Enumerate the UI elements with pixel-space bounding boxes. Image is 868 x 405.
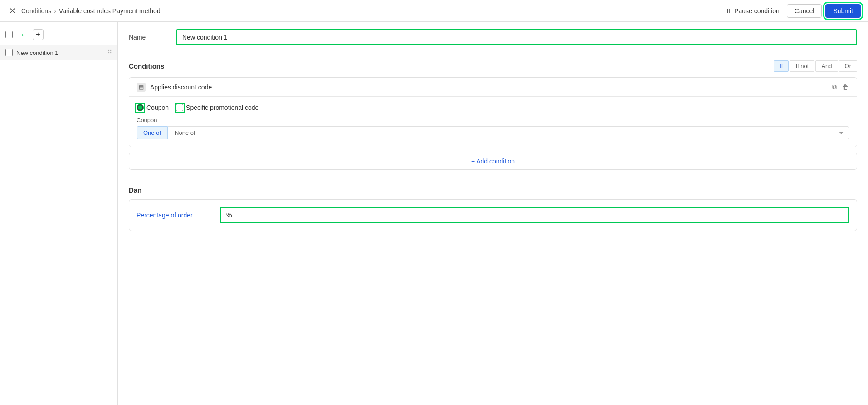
dan-section: Dan Percentage of order bbox=[118, 183, 868, 242]
if-not-button[interactable]: If not bbox=[790, 60, 814, 72]
promo-code-radio-item[interactable]: Specific promotional code bbox=[176, 104, 258, 111]
conditions-section: Conditions If If not And Or ▤ Applies di… bbox=[118, 53, 868, 183]
breadcrumb-current: Variable cost rules Payment method bbox=[59, 7, 161, 15]
dan-row: Percentage of order bbox=[129, 200, 857, 231]
and-button[interactable]: And bbox=[815, 60, 838, 72]
discount-card-icon: ▤ bbox=[137, 83, 146, 92]
percentage-label: Percentage of order bbox=[137, 212, 209, 219]
or-button[interactable]: Or bbox=[839, 60, 857, 72]
top-bar: ✕ Conditions › Variable cost rules Payme… bbox=[0, 0, 868, 22]
conditions-title: Conditions bbox=[129, 62, 164, 70]
copy-condition-button[interactable]: ⧉ bbox=[831, 82, 838, 92]
main-layout: → + New condition 1 ⠿ Name Conditions If… bbox=[0, 22, 868, 405]
breadcrumb: Conditions › Variable cost rules Payment… bbox=[21, 7, 161, 15]
coupon-radio-label: Coupon bbox=[146, 104, 169, 111]
condition-buttons: If If not And Or bbox=[774, 60, 857, 72]
top-bar-right: ⏸ Pause condition Cancel Submit bbox=[722, 4, 861, 18]
coupon-radio-item[interactable]: Coupon bbox=[137, 104, 169, 111]
radio-group: Coupon Specific promotional code bbox=[137, 104, 849, 111]
delete-condition-button[interactable]: 🗑 bbox=[841, 82, 849, 92]
coupon-filter: One of None of bbox=[137, 126, 849, 139]
pause-condition-label: Pause condition bbox=[734, 7, 780, 15]
sidebar-item-condition-1[interactable]: New condition 1 ⠿ bbox=[0, 45, 117, 60]
coupon-radio[interactable] bbox=[137, 104, 144, 111]
condition-1-label: New condition 1 bbox=[16, 49, 104, 56]
add-condition-sidebar-button[interactable]: + bbox=[33, 29, 44, 40]
conditions-header: Conditions If If not And Or bbox=[129, 60, 857, 72]
breadcrumb-root: Conditions bbox=[21, 7, 51, 15]
dan-card: Percentage of order bbox=[129, 199, 857, 231]
arrow-indicator: → bbox=[16, 30, 25, 40]
coupon-select[interactable] bbox=[202, 126, 849, 139]
condition-card-header: ▤ Applies discount code ⧉ 🗑 bbox=[129, 78, 857, 97]
name-input[interactable] bbox=[176, 29, 857, 45]
dan-title: Dan bbox=[129, 186, 857, 194]
name-section: Name bbox=[118, 22, 868, 53]
promo-code-label: Specific promotional code bbox=[186, 104, 258, 111]
condition-card-body: Coupon Specific promotional code Coupon … bbox=[129, 97, 857, 147]
promo-code-checkbox[interactable] bbox=[176, 104, 183, 111]
submit-button[interactable]: Submit bbox=[825, 4, 861, 18]
add-condition-button[interactable]: + Add condition bbox=[129, 153, 857, 170]
cancel-button[interactable]: Cancel bbox=[787, 4, 822, 18]
coupon-section: Coupon One of None of bbox=[137, 117, 849, 139]
select-all-checkbox[interactable] bbox=[5, 31, 13, 38]
condition-1-checkbox[interactable] bbox=[5, 49, 13, 56]
breadcrumb-separator: › bbox=[54, 7, 56, 15]
name-label: Name bbox=[129, 34, 165, 41]
condition-card-actions: ⧉ 🗑 bbox=[831, 82, 849, 92]
condition-card-title: Applies discount code bbox=[150, 84, 827, 91]
add-condition-label: + Add condition bbox=[471, 158, 515, 165]
drag-handle-icon: ⠿ bbox=[107, 49, 112, 56]
if-button[interactable]: If bbox=[774, 60, 789, 72]
coupon-section-label: Coupon bbox=[137, 117, 849, 123]
sidebar: → + New condition 1 ⠿ bbox=[0, 22, 118, 405]
close-button[interactable]: ✕ bbox=[7, 4, 18, 18]
main-content: Name Conditions If If not And Or ▤ Appli… bbox=[118, 22, 868, 405]
none-of-button[interactable]: None of bbox=[168, 126, 202, 139]
one-of-button[interactable]: One of bbox=[137, 126, 168, 139]
sidebar-toolbar: → + bbox=[0, 27, 117, 45]
top-bar-left: ✕ Conditions › Variable cost rules Payme… bbox=[7, 4, 722, 18]
pause-icon: ⏸ bbox=[725, 7, 731, 15]
percentage-input[interactable] bbox=[220, 207, 849, 223]
condition-card-discount: ▤ Applies discount code ⧉ 🗑 Coupon bbox=[129, 77, 857, 147]
pause-condition-button[interactable]: ⏸ Pause condition bbox=[722, 5, 783, 16]
